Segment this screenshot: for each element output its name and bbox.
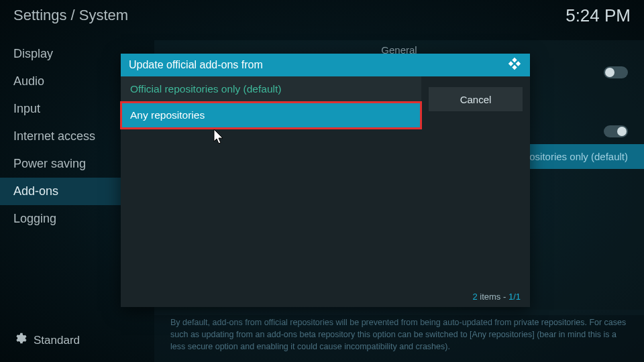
clock: 5:24 PM <box>566 5 631 26</box>
item-count: 2 <box>472 292 477 302</box>
settings-level[interactable]: Standard <box>0 325 141 355</box>
breadcrumb: Settings / System <box>13 7 128 24</box>
dialog-footer: 2 items - 1/1 <box>472 292 521 302</box>
gear-icon <box>13 332 27 349</box>
items-label: items - <box>478 292 508 302</box>
cursor-icon <box>213 129 225 145</box>
sidebar-item-display[interactable]: Display <box>0 40 141 68</box>
sidebar-item-audio[interactable]: Audio <box>0 68 141 95</box>
sidebar-item-input[interactable]: Input <box>0 95 141 123</box>
sidebar: Display Audio Input Internet access Powe… <box>0 40 141 233</box>
sidebar-item-power-saving[interactable]: Power saving <box>0 150 141 178</box>
page-indicator: 1/1 <box>508 292 521 302</box>
dialog-title: Update official add-ons from <box>129 59 263 71</box>
dialog-header: Update official add-ons from <box>121 54 530 76</box>
option-any-repositories[interactable]: Any repositories <box>121 102 421 129</box>
toggle-on[interactable] <box>604 125 628 137</box>
toggle-off[interactable] <box>604 66 628 78</box>
setting-value: ositories only (default) <box>529 151 628 162</box>
cancel-button[interactable]: Cancel <box>429 87 523 111</box>
sidebar-item-add-ons[interactable]: Add-ons <box>0 178 141 205</box>
help-text: By default, add-ons from official reposi… <box>154 310 644 362</box>
dialog: Update official add-ons from Official re… <box>121 54 530 307</box>
kodi-icon <box>507 56 522 74</box>
sidebar-item-internet-access[interactable]: Internet access <box>0 123 141 150</box>
option-official-repositories[interactable]: Official repositories only (default) <box>121 76 421 102</box>
settings-level-label: Standard <box>34 334 80 347</box>
sidebar-item-logging[interactable]: Logging <box>0 205 141 233</box>
option-list: Official repositories only (default) Any… <box>121 76 421 307</box>
